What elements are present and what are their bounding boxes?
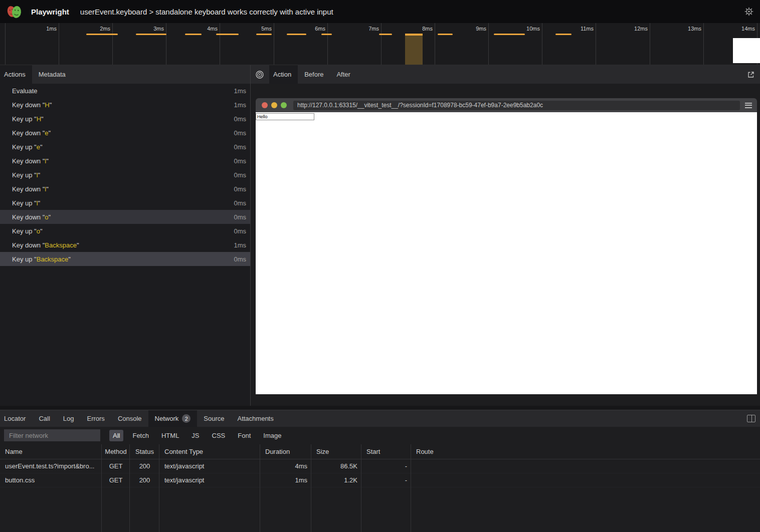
filter-chip-all[interactable]: All: [109, 430, 123, 441]
tab-metadata[interactable]: Metadata: [32, 65, 72, 84]
action-list-item[interactable]: Key down "l"0ms: [0, 182, 250, 196]
action-list-item[interactable]: Key down "o"0ms: [0, 210, 250, 224]
timeline-action-bar: [136, 34, 166, 35]
page-text-input[interactable]: [256, 113, 314, 120]
action-duration: 0ms: [234, 143, 250, 151]
filter-chip-js[interactable]: JS: [188, 430, 203, 441]
action-title: Key up "Backspace": [0, 255, 234, 263]
network-type-chips: AllFetchHTMLJSCSSFontImage: [109, 430, 290, 441]
action-list-item[interactable]: Key up "Backspace"0ms: [0, 252, 250, 266]
action-duration: 0ms: [234, 227, 250, 235]
timeline-gridline: [112, 23, 113, 65]
action-duration: 0ms: [234, 199, 250, 207]
filter-chip-fetch[interactable]: Fetch: [129, 430, 152, 441]
tab-action[interactable]: Action: [269, 65, 298, 84]
action-duration: 0ms: [234, 157, 250, 165]
bottom-panel: LocatorCallLogErrorsConsoleNetwork2Sourc…: [0, 410, 760, 532]
timeline[interactable]: 1ms2ms3ms4ms5ms6ms7ms8ms9ms10ms11ms12ms1…: [0, 23, 760, 65]
tab-source[interactable]: Source: [197, 410, 231, 427]
timeline-gridline: [381, 23, 382, 65]
filter-network-input[interactable]: [4, 429, 100, 441]
timeline-tick-label: 13ms: [672, 26, 701, 32]
cell: button.css: [0, 473, 102, 487]
network-request-row[interactable]: button.cssGET200text/javascript1ms1.2K-: [0, 473, 760, 487]
column-separator: [101, 444, 102, 532]
action-list-item[interactable]: Key up "e"0ms: [0, 140, 250, 154]
cell: 200: [130, 473, 159, 487]
timeline-tick-label: 14ms: [726, 26, 755, 32]
action-duration: 1ms: [234, 87, 250, 95]
tab-actions[interactable]: Actions: [0, 65, 32, 84]
filter-chip-image[interactable]: Image: [260, 430, 285, 441]
pick-locator-icon[interactable]: [255, 70, 264, 79]
traffic-light-yellow: [271, 102, 277, 108]
action-list-item[interactable]: Key down "Backspace"1ms: [0, 238, 250, 252]
cell: 1ms: [260, 473, 311, 487]
timeline-action-bar: [216, 34, 239, 35]
network-filter-row: AllFetchHTMLJSCSSFontImage: [0, 427, 760, 444]
timeline-selection: [405, 34, 423, 65]
timeline-gridline: [59, 23, 59, 65]
tab-label: After: [336, 71, 350, 78]
filter-chip-font[interactable]: Font: [234, 430, 254, 441]
tab-label: Console: [118, 415, 142, 422]
browser-chrome: http://127.0.0.1:63315/__vitest_test__/?…: [256, 98, 757, 112]
gear-icon[interactable]: [743, 6, 754, 17]
tab-before[interactable]: Before: [298, 65, 330, 84]
tab-attachments[interactable]: Attachments: [231, 410, 280, 427]
network-table: NameMethodStatusContent TypeDurationSize…: [0, 444, 760, 487]
cell: [411, 459, 760, 473]
filter-chip-html[interactable]: HTML: [158, 430, 182, 441]
action-list-item[interactable]: Key up "l"0ms: [0, 168, 250, 182]
tab-errors[interactable]: Errors: [80, 410, 111, 427]
action-key-value: e: [45, 129, 48, 137]
column-header-status: Status: [130, 444, 159, 459]
action-list-item[interactable]: Key down "H"1ms: [0, 98, 250, 112]
action-list-item[interactable]: Key down "l"0ms: [0, 154, 250, 168]
tab-label: Log: [63, 415, 74, 422]
action-key-value: e: [37, 143, 40, 151]
timeline-tick-label: 10ms: [511, 26, 540, 32]
tab-label: Call: [39, 415, 50, 422]
tab-console[interactable]: Console: [111, 410, 148, 427]
timeline-tick-label: 7ms: [350, 26, 379, 32]
timeline-gridline: [220, 23, 220, 65]
cell: GET: [102, 459, 130, 473]
timeline-gridline: [542, 23, 542, 65]
browser-window: http://127.0.0.1:63315/__vitest_test__/?…: [256, 98, 757, 394]
timeline-gridline: [703, 23, 704, 65]
filter-chip-css[interactable]: CSS: [209, 430, 229, 441]
action-duration: 0ms: [234, 255, 250, 263]
action-title: Key down "l": [0, 157, 234, 165]
action-list-item[interactable]: Evaluate1ms: [0, 84, 250, 98]
action-list-item[interactable]: Key up "H"0ms: [0, 112, 250, 126]
network-request-row[interactable]: userEvent.test.ts?import&bro...GET200tex…: [0, 459, 760, 473]
action-list-item[interactable]: Key up "o"0ms: [0, 224, 250, 238]
column-header-size: Size: [311, 444, 361, 459]
action-list-item[interactable]: Key down "e"0ms: [0, 126, 250, 140]
playwright-logo-icon: [7, 4, 23, 20]
tab-call[interactable]: Call: [32, 410, 56, 427]
tab-network[interactable]: Network2: [148, 410, 198, 427]
timeline-action-bar: [86, 34, 118, 35]
action-title: Key up "l": [0, 171, 234, 179]
action-title: Key down "H": [0, 101, 234, 109]
tab-after[interactable]: After: [330, 65, 356, 84]
timeline-tick-label: 8ms: [404, 26, 433, 32]
action-list-item[interactable]: Key up "l"0ms: [0, 196, 250, 210]
timeline-tick-label: 3ms: [135, 26, 164, 32]
snapshot-tabs: ActionBeforeAfter: [269, 65, 357, 84]
timeline-gridline: [650, 23, 650, 65]
snapshot-tab-bar: ActionBeforeAfter: [251, 65, 760, 84]
action-title: Key down "e": [0, 129, 234, 137]
test-title: userEvent.keyboard > standalone keyboard…: [80, 8, 333, 16]
open-external-icon[interactable]: [747, 71, 755, 79]
split-view-icon[interactable]: [747, 415, 755, 422]
bottom-tab-bar: LocatorCallLogErrorsConsoleNetwork2Sourc…: [0, 410, 760, 427]
action-title: Key up "l": [0, 199, 234, 207]
tab-locator[interactable]: Locator: [0, 410, 32, 427]
cell: 200: [130, 459, 159, 473]
action-title: Evaluate: [0, 87, 234, 95]
action-duration: 0ms: [234, 185, 250, 193]
tab-log[interactable]: Log: [57, 410, 81, 427]
